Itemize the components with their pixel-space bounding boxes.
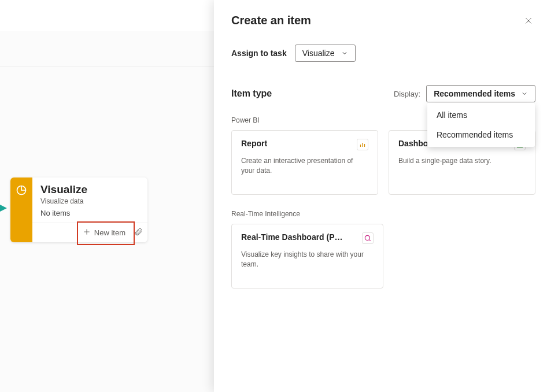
task-card-body: Visualize Visualize data No items New it…	[32, 177, 147, 242]
display-label: Display:	[394, 90, 420, 98]
assign-value: Visualize	[302, 49, 335, 58]
dropdown-item-recommended[interactable]: Recommended items	[427, 125, 535, 145]
plus-icon	[83, 228, 91, 238]
canvas-divider	[0, 66, 214, 66]
new-item-label: New item	[94, 228, 125, 237]
item-type-heading: Item type	[231, 88, 272, 99]
task-card-title: Visualize	[40, 183, 139, 196]
chevron-down-icon	[341, 50, 348, 57]
item-card-title: Real-Time Dashboard (Previ…	[241, 232, 345, 242]
display-value: Recommended items	[434, 89, 515, 98]
item-card-desc: Create an interactive presentation of yo…	[241, 156, 368, 176]
canvas-topband	[0, 0, 214, 31]
pie-chart-icon	[16, 184, 27, 242]
assign-row: Assign to task Visualize	[231, 45, 535, 62]
task-card-stripe	[10, 177, 32, 242]
panel-title: Create an item	[231, 14, 311, 27]
display-filter-select[interactable]: Recommended items All items Recommended …	[426, 85, 535, 102]
item-type-row: Item type Display: Recommended items All…	[231, 85, 535, 102]
task-card-footer: New item	[32, 223, 147, 242]
item-card-report[interactable]: Report Create an interactive presentatio…	[231, 130, 378, 195]
item-card-desc: Visualize key insights to share with you…	[241, 250, 374, 269]
item-card-realtime-dashboard[interactable]: Real-Time Dashboard (Previ… Visualize ke…	[231, 224, 383, 289]
create-item-panel: Create an item Assign to task Visualize …	[214, 0, 547, 392]
item-card-desc: Build a single-page data story.	[398, 156, 526, 166]
close-icon	[524, 19, 533, 27]
task-card-subtitle: Visualize data	[40, 197, 139, 205]
rti-cards-row: Real-Time Dashboard (Previ… Visualize ke…	[231, 224, 535, 289]
bar-chart-icon	[357, 139, 368, 150]
assign-label: Assign to task	[231, 49, 287, 58]
realtime-icon	[362, 232, 374, 244]
task-card-visualize[interactable]: Visualize Visualize data No items New it…	[10, 177, 147, 242]
dropdown-item-all[interactable]: All items	[427, 105, 535, 125]
chevron-down-icon	[521, 90, 528, 97]
close-button[interactable]	[522, 14, 535, 29]
new-item-button[interactable]: New item	[79, 225, 129, 240]
task-card-items: No items	[40, 209, 139, 217]
attachment-icon[interactable]	[134, 227, 143, 239]
display-dropdown-menu: All items Recommended items	[427, 103, 535, 147]
svg-point-4	[365, 235, 369, 240]
item-card-title: Report	[241, 139, 267, 148]
assign-to-task-select[interactable]: Visualize	[295, 45, 356, 62]
pointer-arrow-head	[0, 205, 7, 212]
section-label-rti: Real-Time Intelligence	[231, 210, 535, 218]
